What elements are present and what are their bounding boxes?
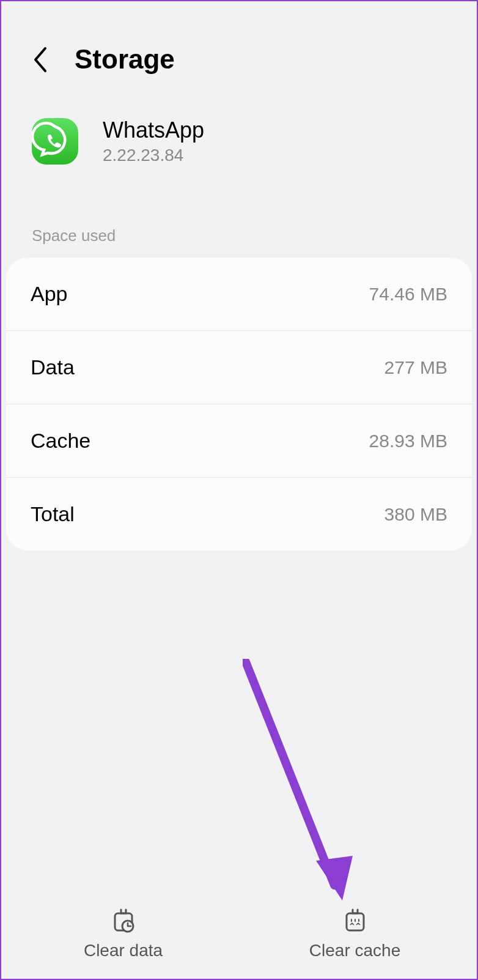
row-label: Total — [31, 502, 75, 526]
row-value: 28.93 MB — [369, 431, 447, 451]
back-icon[interactable] — [32, 46, 50, 73]
whatsapp-icon — [32, 118, 78, 165]
section-label: Space used — [1, 190, 477, 258]
row-value: 380 MB — [384, 504, 447, 525]
row-label: App — [31, 282, 68, 306]
row-value: 277 MB — [384, 357, 447, 378]
storage-card: App 74.46 MB Data 277 MB Cache 28.93 MB … — [6, 258, 472, 551]
app-info: WhatsApp 2.22.23.84 — [1, 99, 477, 190]
annotation-arrow — [243, 659, 365, 904]
app-version: 2.22.23.84 — [103, 146, 204, 165]
row-value: 74.46 MB — [369, 284, 447, 305]
clear-cache-button[interactable]: Clear cache — [239, 908, 471, 960]
bottom-bar: Clear data Clear cache — [1, 889, 477, 979]
row-label: Cache — [31, 429, 90, 453]
app-text: WhatsApp 2.22.23.84 — [103, 117, 204, 165]
row-data: Data 277 MB — [6, 331, 472, 404]
page-title: Storage — [75, 44, 175, 75]
row-total: Total 380 MB — [6, 478, 472, 551]
app-name: WhatsApp — [103, 117, 204, 143]
row-label: Data — [31, 355, 75, 379]
clear-data-button[interactable]: Clear data — [7, 908, 239, 960]
clear-data-icon — [111, 908, 136, 934]
clear-data-label: Clear data — [84, 941, 163, 960]
row-app: App 74.46 MB — [6, 258, 472, 331]
clear-cache-label: Clear cache — [309, 941, 400, 960]
clear-cache-icon — [342, 908, 368, 934]
header: Storage — [1, 1, 477, 99]
row-cache: Cache 28.93 MB — [6, 404, 472, 478]
